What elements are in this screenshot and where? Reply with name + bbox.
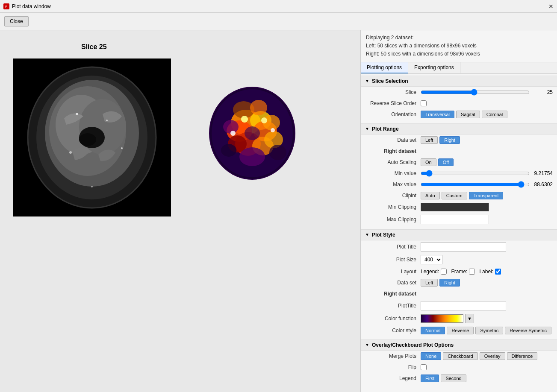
section-plot-range: ▼ Plot Range Data set Left Right Right d… (361, 122, 557, 228)
tab-bar: Plotting options Exporting options (361, 62, 557, 74)
auto-scaling-label: Auto Scaling (365, 159, 421, 165)
tab-plotting-options[interactable]: Plotting options (361, 62, 408, 73)
color-function-label: Color function (365, 316, 421, 322)
color-style-reverse-symetric[interactable]: Reverse Symetric (505, 327, 551, 334)
section-header-plot-style[interactable]: ▼ Plot Style (361, 229, 557, 240)
max-value-row: Max value 88.6302 (361, 179, 557, 190)
color-style-symetric[interactable]: Symetric (475, 327, 503, 334)
section-title-overlay: Overlay/Checkboard Plot Options (372, 342, 454, 348)
min-clipping-label: Min Clipping (365, 204, 421, 210)
slice-slider[interactable] (421, 89, 530, 96)
dataset-row: Data set Left Right (361, 135, 557, 146)
plot-title-content (421, 242, 553, 252)
section-header-overlay[interactable]: ▼ Overlay/Checkboard Plot Options (361, 339, 557, 351)
svg-point-10 (79, 133, 96, 146)
clippoint-content: Auto Custom Transparent (421, 192, 553, 199)
min-value-content: 9.21754 (421, 170, 553, 177)
min-clipping-row: Min Clipping (361, 201, 557, 213)
legend-row: Legend First Second (361, 373, 557, 384)
style-dataset-content: Left Right (421, 279, 553, 287)
max-value-content: 88.6302 (421, 181, 553, 188)
chevron-icon-range: ▼ (365, 126, 369, 131)
auto-scaling-row: Auto Scaling On Off (361, 157, 557, 168)
merge-overlay[interactable]: Overlay (480, 352, 505, 360)
max-clipping-label: Max Clipping (365, 216, 421, 222)
style-dataset-left[interactable]: Left (421, 279, 438, 287)
merge-checkboard[interactable]: Checkboard (443, 352, 477, 360)
clippoint-auto[interactable]: Auto (421, 192, 440, 199)
color-style-reverse[interactable]: Reverse (447, 327, 474, 334)
slice-content: 25 (421, 89, 553, 96)
window-close-button[interactable]: ✕ (548, 3, 554, 10)
orientation-sagital[interactable]: Sagital (456, 111, 480, 118)
svg-point-39 (221, 144, 236, 157)
mri-brain-image (13, 59, 171, 216)
legend-row-label: Legend (365, 375, 421, 381)
orientation-label: Orientation (365, 111, 421, 117)
reverse-slice-label: Reverse Slice Order (365, 100, 421, 106)
orientation-transversal[interactable]: Transversal (421, 111, 454, 118)
color-style-content: Normal Reverse Symetric Reverse Symetric (421, 327, 553, 334)
auto-scaling-on[interactable]: On (421, 158, 436, 166)
plot-size-content: 200 300 400 500 600 (421, 255, 553, 264)
clippoint-custom[interactable]: Custom (442, 192, 467, 199)
orientation-coronal[interactable]: Coronal (482, 111, 508, 118)
min-value-slider[interactable] (421, 170, 530, 177)
svg-point-12 (76, 113, 78, 115)
chevron-icon-slice: ▼ (365, 79, 369, 83)
tab-exporting-options[interactable]: Exporting options (408, 62, 460, 73)
legend-second[interactable]: Second (441, 374, 466, 382)
color-style-normal[interactable]: Normal (421, 327, 445, 334)
min-clipping-box (421, 203, 489, 211)
dataset-right[interactable]: Right (439, 136, 460, 144)
color-style-row: Color style Normal Reverse Symetric Reve… (361, 325, 557, 336)
plot-size-select[interactable]: 200 300 400 500 600 (421, 255, 442, 264)
style-right-dataset-row: Right dataset (361, 288, 557, 299)
max-clipping-content (421, 215, 553, 224)
reverse-slice-checkbox[interactable] (421, 100, 427, 106)
section-header-slice-selection[interactable]: ▼ Slice Selection (361, 76, 557, 87)
max-value-slider[interactable] (421, 181, 530, 188)
legend-label-text: Legend: (421, 269, 439, 275)
right-dataset-label: Right dataset (365, 148, 421, 154)
plot-title-right-input[interactable] (421, 301, 506, 310)
section-title-style: Plot Style (372, 232, 395, 238)
section-header-plot-range[interactable]: ▼ Plot Range (361, 123, 557, 135)
layout-label: Layout (365, 269, 421, 275)
orientation-row: Orientation Transversal Sagital Coronal (361, 109, 557, 120)
legend-first[interactable]: First (421, 374, 439, 382)
auto-scaling-off[interactable]: Off (438, 158, 454, 166)
svg-point-28 (223, 120, 239, 134)
slice-row: Slice 25 (361, 87, 557, 98)
svg-point-38 (269, 145, 286, 160)
dataset-left[interactable]: Left (421, 136, 438, 144)
svg-point-32 (250, 100, 267, 115)
slice-slider-container (421, 89, 530, 96)
plot-size-label: Plot Size (365, 257, 421, 263)
max-value-display: 88.6302 (531, 181, 553, 187)
label-checkbox[interactable] (495, 269, 501, 275)
layout-row: Layout Legend: Frame: Label: (361, 266, 557, 277)
legend-row-content: First Second (421, 374, 553, 382)
max-value-label: Max value (365, 181, 421, 187)
info-line-2: Left: 50 slices with a dimensions of 98x… (366, 42, 552, 50)
canvas-area: Slice 25 (0, 30, 360, 392)
frame-checkbox[interactable] (469, 269, 475, 275)
flip-row: Flip (361, 362, 557, 373)
plot-title-input[interactable] (421, 242, 506, 252)
section-slice-selection: ▼ Slice Selection Slice 25 Reverse Slice… (361, 74, 557, 122)
max-clipping-input[interactable] (421, 215, 489, 224)
style-dataset-right[interactable]: Right (439, 279, 460, 287)
toolbar: Close (0, 13, 557, 30)
legend-checkbox[interactable] (441, 269, 447, 275)
merge-none[interactable]: None (421, 352, 441, 360)
flip-checkbox[interactable] (421, 364, 427, 370)
flip-content (421, 364, 553, 370)
dataset-content: Left Right (421, 136, 553, 144)
clippoint-transparent[interactable]: Transparent (469, 192, 504, 199)
close-button[interactable]: Close (4, 16, 29, 26)
min-value-slider-container (421, 170, 530, 177)
merge-difference[interactable]: Difference (507, 352, 538, 360)
slice-title: Slice 25 (81, 43, 107, 51)
color-dropdown-button[interactable]: ▼ (465, 314, 474, 323)
